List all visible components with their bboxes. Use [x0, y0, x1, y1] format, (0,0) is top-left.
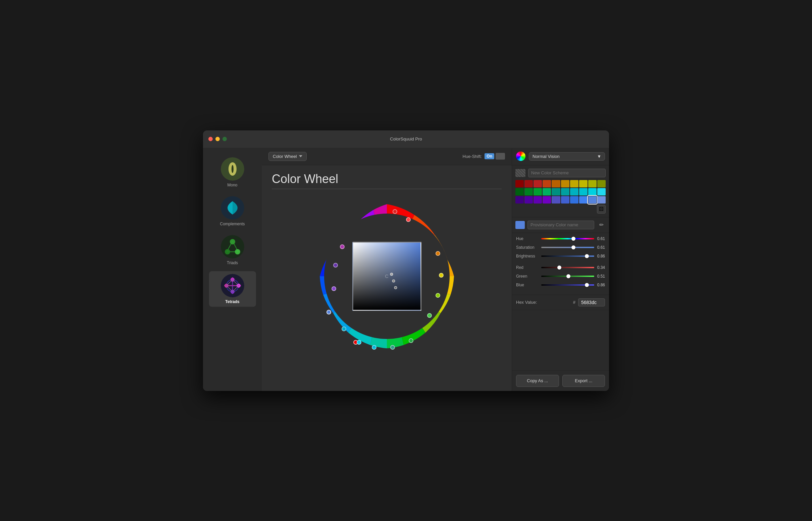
hex-input[interactable]: [578, 298, 605, 307]
brightness-slider[interactable]: [541, 255, 594, 257]
palette-cell[interactable]: [552, 188, 560, 196]
palette-cell[interactable]: [525, 188, 533, 196]
sidebar-item-tetrads-label: Tetrads: [225, 299, 239, 304]
sidebar-item-triads-label: Triads: [227, 260, 238, 265]
svg-point-4: [221, 235, 244, 258]
dice-icon: ⚄: [599, 206, 604, 212]
color-name-row: ✏: [512, 217, 609, 233]
saturation-thumb[interactable]: [572, 245, 575, 249]
palette-cell[interactable]: [597, 196, 606, 204]
red-thumb[interactable]: [557, 266, 561, 270]
red-slider-row: Red 0.34: [516, 265, 605, 270]
saturation-slider[interactable]: [541, 247, 594, 248]
dice-button[interactable]: ⚄: [597, 205, 606, 213]
palette-cell[interactable]: [597, 180, 606, 187]
palette-cell[interactable]: [561, 180, 570, 187]
palette-cell[interactable]: [579, 196, 587, 204]
palette-cell[interactable]: [552, 196, 560, 204]
mono-icon: [221, 157, 244, 181]
sidebar-item-complements[interactable]: Complements: [209, 194, 256, 229]
hue-label: Hue: [516, 236, 541, 241]
vision-chevron: ▼: [597, 154, 601, 159]
palette-cell[interactable]: [542, 188, 551, 196]
palette-cell[interactable]: [570, 196, 578, 204]
palette-cell[interactable]: [515, 188, 524, 196]
blue-thumb[interactable]: [585, 283, 589, 287]
palette-cell[interactable]: [515, 180, 524, 187]
svg-point-6: [225, 249, 230, 254]
wheel-dot-yellow: [439, 273, 444, 278]
wheel-dot-bluegreen: [390, 345, 395, 350]
palette-cell[interactable]: [588, 188, 597, 196]
red-label: Red: [516, 265, 541, 270]
saturation-label: Saturation: [516, 245, 541, 250]
minimize-button[interactable]: [215, 137, 220, 141]
traffic-lights: [208, 137, 227, 141]
eyedropper-button[interactable]: ✏: [597, 221, 606, 229]
close-button[interactable]: [208, 137, 213, 141]
sliders-section: Hue 0.61 Saturation 0.61 Brightness: [512, 233, 609, 295]
palette-cell[interactable]: [525, 196, 533, 204]
palette-cell[interactable]: [597, 188, 606, 196]
export-button[interactable]: Export ...: [562, 375, 605, 387]
color-palette-grid: [515, 180, 606, 204]
palette-cell[interactable]: [515, 196, 524, 204]
palette-cell[interactable]: [525, 180, 533, 187]
fullscreen-button[interactable]: [222, 137, 227, 141]
green-slider[interactable]: [541, 276, 594, 277]
palette-cell[interactable]: [534, 180, 542, 187]
hue-slider-row: Hue 0.61: [516, 236, 605, 241]
blue-slider-row: Blue 0.86: [516, 282, 605, 287]
color-mode-icon[interactable]: [516, 152, 526, 161]
vision-dropdown[interactable]: Normal Vision ▼: [529, 152, 605, 161]
hue-slider[interactable]: [541, 238, 594, 240]
toggle-on-label[interactable]: On: [485, 153, 494, 159]
palette-cell[interactable]: [579, 188, 587, 196]
wheel-dot-teal: [342, 326, 346, 331]
palette-cell-selected[interactable]: [588, 196, 597, 204]
color-dot-1: [390, 273, 393, 276]
color-picker-square[interactable]: C: [352, 242, 421, 311]
color-wheel-area: Color Wheel: [262, 165, 512, 391]
red-slider[interactable]: [541, 267, 594, 268]
palette-cell[interactable]: [561, 196, 570, 204]
hex-hash: #: [573, 300, 575, 305]
sidebar-item-mono[interactable]: Mono: [209, 155, 256, 190]
palette-cell[interactable]: [570, 188, 578, 196]
copy-as-button[interactable]: Copy As ...: [516, 375, 559, 387]
hue-thumb[interactable]: [572, 237, 575, 241]
palette-cell[interactable]: [534, 188, 542, 196]
right-toolbar: Normal Vision ▼: [512, 148, 609, 165]
palette-cell[interactable]: [542, 196, 551, 204]
hex-label: Hex Value:: [516, 300, 571, 305]
wheel-container[interactable]: C: [306, 196, 467, 357]
wheel-dot-pink: [340, 244, 345, 249]
palette-cell[interactable]: [552, 180, 560, 187]
toggle-off[interactable]: [496, 153, 505, 160]
palette-cell[interactable]: [588, 180, 597, 187]
new-scheme-input[interactable]: [528, 168, 606, 177]
titlebar: ColorSquuid Pro: [203, 130, 609, 148]
complements-icon: [221, 196, 244, 220]
sidebar-item-tetrads[interactable]: Tetrads: [209, 271, 256, 307]
striped-box: [515, 169, 526, 177]
saturation-value: 0.61: [594, 245, 605, 250]
hue-shift-label: Hue-Shift:: [463, 154, 482, 159]
color-name-input[interactable]: [528, 221, 594, 229]
blue-slider[interactable]: [541, 284, 594, 286]
palette-cell[interactable]: [570, 180, 578, 187]
green-thumb[interactable]: [567, 274, 571, 278]
brightness-thumb[interactable]: [585, 254, 589, 258]
palette-cell[interactable]: [534, 196, 542, 204]
palette-cell[interactable]: [542, 180, 551, 187]
wheel-dot-cyan: [357, 340, 361, 345]
svg-point-7: [235, 249, 240, 254]
palette-cell[interactable]: [561, 188, 570, 196]
view-dropdown[interactable]: Color Wheel: [269, 152, 307, 161]
new-scheme-row: [515, 168, 606, 177]
wheel-dot-orange: [435, 251, 440, 256]
vision-label: Normal Vision: [533, 154, 560, 159]
svg-point-5: [230, 239, 235, 244]
palette-cell[interactable]: [579, 180, 587, 187]
sidebar-item-triads[interactable]: Triads: [209, 232, 256, 268]
